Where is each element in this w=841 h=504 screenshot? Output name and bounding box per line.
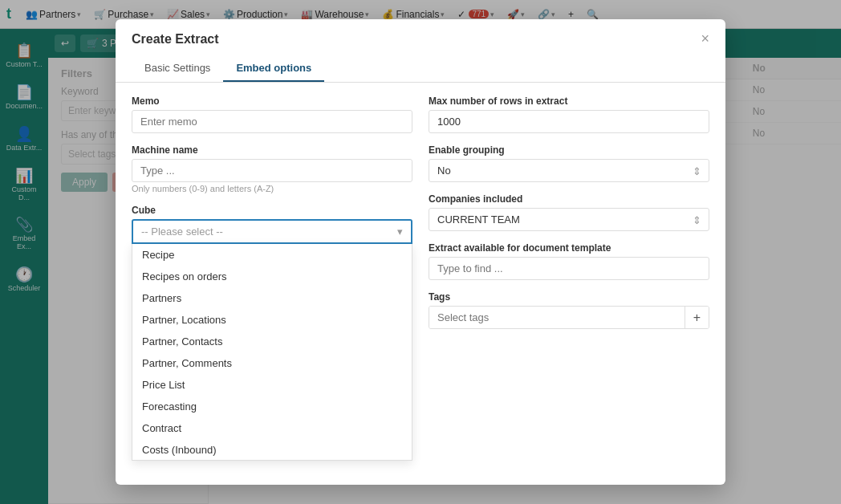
machine-name-input[interactable] — [132, 159, 412, 182]
modal-right-panel: Max number of rows in extract Enable gro… — [429, 96, 709, 472]
cube-option[interactable]: Forecasting — [132, 396, 412, 417]
enable-grouping-label: Enable grouping — [429, 144, 709, 156]
cube-option[interactable]: Partner, Locations — [132, 309, 412, 331]
cube-placeholder: -- Please select -- — [141, 226, 223, 238]
memo-input[interactable] — [132, 110, 412, 133]
max-rows-group: Max number of rows in extract — [429, 96, 709, 133]
modal-header: Create Extract × — [116, 19, 725, 47]
modal-body: Memo Machine name Only numbers (0-9) and… — [116, 83, 725, 485]
extract-template-label: Extract available for document template — [429, 242, 709, 254]
cube-option[interactable]: Partner, Contacts — [132, 331, 412, 352]
tags-group-right: Tags + — [429, 291, 709, 329]
create-extract-modal: Create Extract × Basic Settings Embed op… — [116, 19, 725, 485]
cube-option[interactable]: Contract — [132, 417, 412, 439]
cube-option[interactable]: Recipe — [132, 244, 412, 266]
tags-label-right: Tags — [429, 291, 709, 303]
machine-name-hint: Only numbers (0-9) and letters (A-Z) — [132, 184, 412, 193]
machine-name-label: Machine name — [132, 144, 412, 156]
enable-grouping-select[interactable]: No — [429, 159, 709, 182]
enable-grouping-group: Enable grouping No ⇕ — [429, 144, 709, 182]
modal-title: Create Extract — [132, 32, 219, 47]
cube-option[interactable]: Partners — [132, 287, 412, 309]
tab-embed-options[interactable]: Embed options — [223, 55, 324, 82]
cube-option[interactable]: Recipes on orders — [132, 266, 412, 287]
modal-tabs: Basic Settings Embed options — [116, 55, 725, 83]
cube-option[interactable]: Price List — [132, 374, 412, 396]
modal-close-button[interactable]: × — [701, 30, 709, 47]
modal-left-panel: Memo Machine name Only numbers (0-9) and… — [132, 96, 412, 472]
cube-option[interactable]: Partner, Comments — [132, 352, 412, 374]
cube-select-wrapper: -- Please select -- ▾ RecipeRecipes on o… — [132, 219, 412, 461]
cube-group: Cube -- Please select -- ▾ RecipeRecipes… — [132, 205, 412, 461]
machine-name-group: Machine name Only numbers (0-9) and lett… — [132, 144, 412, 193]
extract-template-input[interactable] — [429, 257, 709, 280]
companies-label: Companies included — [429, 193, 709, 205]
max-rows-label: Max number of rows in extract — [429, 96, 709, 107]
memo-group: Memo — [132, 96, 412, 133]
tags-input-wrapper: + — [429, 306, 709, 329]
tags-field[interactable] — [429, 307, 685, 328]
cube-option[interactable]: Costs (Inbound) — [132, 439, 412, 461]
extract-template-group: Extract available for document template — [429, 242, 709, 280]
max-rows-input[interactable] — [429, 110, 709, 133]
cube-label: Cube — [132, 205, 412, 216]
cube-chevron-icon: ▾ — [397, 226, 403, 238]
tab-basic-settings[interactable]: Basic Settings — [132, 55, 223, 82]
companies-select[interactable]: CURRENT TEAM — [429, 208, 709, 231]
tags-add-button[interactable]: + — [685, 307, 709, 328]
memo-label: Memo — [132, 96, 412, 107]
cube-select-display[interactable]: -- Please select -- ▾ — [132, 219, 412, 244]
companies-group: Companies included CURRENT TEAM ⇕ — [429, 193, 709, 231]
cube-dropdown: RecipeRecipes on ordersPartnersPartner, … — [132, 244, 412, 461]
